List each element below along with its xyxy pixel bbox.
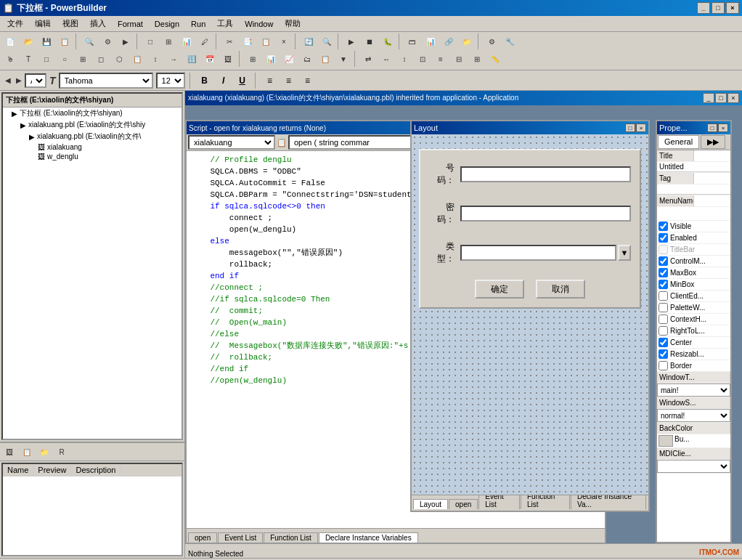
- menu-design[interactable]: Design: [149, 18, 185, 30]
- prop-mdiclie-select[interactable]: [657, 460, 730, 473]
- prop-righttol-check[interactable]: [659, 326, 668, 336]
- prop-resizable-check[interactable]: [659, 349, 668, 359]
- font-tb-next[interactable]: ▶: [14, 73, 23, 89]
- tb2-align2[interactable]: ↔: [378, 51, 395, 67]
- input-number[interactable]: [460, 166, 631, 182]
- tb-run[interactable]: ▶: [343, 33, 360, 49]
- tb2-btn17[interactable]: 🗂: [298, 51, 316, 67]
- tb-open[interactable]: 📂: [20, 33, 37, 49]
- tb2-btn10[interactable]: →: [165, 51, 182, 67]
- layout-restore[interactable]: □: [625, 123, 635, 132]
- tb-db4[interactable]: 📁: [458, 33, 476, 49]
- lb-tb1[interactable]: 🖼: [1, 445, 17, 459]
- close-button[interactable]: ×: [726, 2, 739, 14]
- layout-tab-declare[interactable]: Declare Instance Va...: [571, 495, 646, 509]
- prop-palette-check[interactable]: [659, 303, 668, 312]
- tb-btn7[interactable]: 🖊: [196, 33, 213, 49]
- script-tab-eventlist[interactable]: Event List: [218, 532, 263, 543]
- tb-btn11[interactable]: ×: [275, 33, 293, 49]
- tb2-btn9[interactable]: ↕: [147, 51, 164, 67]
- tb-db1[interactable]: 🗃: [404, 33, 421, 49]
- tb-btn6[interactable]: 📊: [178, 33, 195, 49]
- tree-item-pbl2[interactable]: ▶ xialakuang.pbl (E:\xiaolin的文件\: [3, 131, 182, 142]
- tb-btn9[interactable]: 📑: [239, 33, 256, 49]
- tb2-btn6[interactable]: ◻: [92, 51, 110, 67]
- minimize-button[interactable]: _: [697, 2, 710, 14]
- tb2-btn12[interactable]: 📅: [201, 51, 219, 67]
- tree-item-root[interactable]: ▶ 下拉框 (E:\xiaolin的文件\shiyan): [3, 107, 182, 119]
- layout-canvas[interactable]: 号码： 密码： 类型：: [412, 134, 648, 495]
- tb-saveas[interactable]: 📋: [56, 33, 73, 49]
- menu-edit[interactable]: 编辑: [29, 17, 57, 31]
- prop-minbox-check[interactable]: [659, 280, 668, 289]
- tb-btn1[interactable]: 🔍: [81, 33, 98, 49]
- menu-insert[interactable]: 插入: [84, 17, 112, 31]
- props-close[interactable]: ×: [718, 123, 728, 132]
- prop-context-check[interactable]: [659, 315, 668, 324]
- underline-button[interactable]: U: [235, 73, 250, 89]
- tb2-btn14[interactable]: ⊞: [244, 51, 261, 67]
- props-tab-more[interactable]: ▶▶: [701, 135, 725, 149]
- font-name-select[interactable]: Tahoma: [59, 73, 153, 89]
- prop-visible-check[interactable]: [659, 222, 668, 231]
- script-tab-declare[interactable]: Declare Instance Variables: [319, 532, 418, 543]
- tb2-btn4[interactable]: ○: [56, 51, 73, 67]
- tb-btn2[interactable]: ⚙: [99, 33, 116, 49]
- input-password[interactable]: [460, 206, 631, 222]
- prop-menu-input[interactable]: [657, 207, 730, 220]
- tree-item-xialakuang[interactable]: 🖼 xialakuang: [3, 142, 182, 152]
- tb-btn13[interactable]: 🔍: [318, 33, 335, 49]
- type-dropdown-btn[interactable]: ▼: [618, 245, 631, 261]
- mdi-close[interactable]: ×: [727, 93, 739, 103]
- tb-db2[interactable]: 📊: [422, 33, 439, 49]
- prop-windowt-select[interactable]: main!: [657, 384, 730, 397]
- layout-tab-funclist[interactable]: Function List: [521, 495, 570, 509]
- menu-run[interactable]: Run: [185, 18, 211, 30]
- tb-btn3[interactable]: ▶: [117, 33, 134, 49]
- menu-file[interactable]: 文件: [1, 17, 29, 31]
- layout-tab-layout[interactable]: Layout: [413, 499, 448, 509]
- prop-titlebar-check[interactable]: [659, 245, 668, 254]
- tb-btn8[interactable]: ✂: [221, 33, 238, 49]
- tb-debug[interactable]: 🐛: [379, 33, 396, 49]
- prop-tag-input[interactable]: [657, 184, 730, 195]
- confirm-button[interactable]: 确定: [475, 280, 524, 299]
- tb2-align6[interactable]: ⊟: [450, 51, 468, 67]
- restore-button[interactable]: □: [712, 2, 725, 14]
- type-select[interactable]: [460, 245, 616, 261]
- prop-clientedge-check[interactable]: [659, 291, 668, 301]
- lb-tb4[interactable]: R: [54, 445, 70, 459]
- tree-item-wdenglu[interactable]: 🖼 w_denglu: [3, 152, 182, 161]
- tb2-btn8[interactable]: 📋: [129, 51, 146, 67]
- tb-btn12[interactable]: 🔄: [300, 33, 317, 49]
- tb2-btn3[interactable]: □: [38, 51, 55, 67]
- tree-item-pbl[interactable]: ▶ xialakuang.pbl (E:\xiaolin的文件\shiy: [3, 119, 182, 131]
- tb2-align4[interactable]: ⊡: [414, 51, 431, 67]
- layout-tab-eventlist[interactable]: Event List: [478, 495, 520, 509]
- script-tab-open[interactable]: open: [188, 532, 217, 543]
- align-center-button[interactable]: ≡: [281, 73, 297, 89]
- tb2-btn2[interactable]: T: [20, 51, 37, 67]
- tb2-btn5[interactable]: ⊞: [74, 51, 91, 67]
- prop-maxbox-check[interactable]: [659, 268, 668, 277]
- tb-misc2[interactable]: 🔧: [501, 33, 518, 49]
- script-obj-select[interactable]: xialakuang: [188, 135, 275, 150]
- tb-btn10[interactable]: 📋: [257, 33, 274, 49]
- lb-tb3[interactable]: 📁: [36, 445, 52, 459]
- layout-close[interactable]: ×: [636, 123, 646, 132]
- prop-enabled-check[interactable]: [659, 233, 668, 243]
- menu-tools[interactable]: 工具: [211, 17, 239, 31]
- prop-windows-select[interactable]: normal!: [657, 409, 730, 422]
- tb2-btn13[interactable]: 🖼: [219, 51, 237, 67]
- tb2-btn11[interactable]: 🔢: [183, 51, 200, 67]
- prop-backcolor-swatch[interactable]: [659, 435, 673, 447]
- tb2-btn1[interactable]: 🖱: [1, 51, 19, 67]
- menu-help[interactable]: 帮助: [279, 17, 306, 31]
- font-color-select[interactable]: A: [25, 73, 46, 88]
- tb-stop[interactable]: ⏹: [361, 33, 378, 49]
- props-restore[interactable]: □: [707, 123, 717, 132]
- tb2-btn19[interactable]: ▼: [335, 51, 352, 67]
- prop-title-input[interactable]: [657, 162, 730, 172]
- tb2-align8[interactable]: 📏: [486, 51, 504, 67]
- tb2-btn15[interactable]: 📊: [262, 51, 280, 67]
